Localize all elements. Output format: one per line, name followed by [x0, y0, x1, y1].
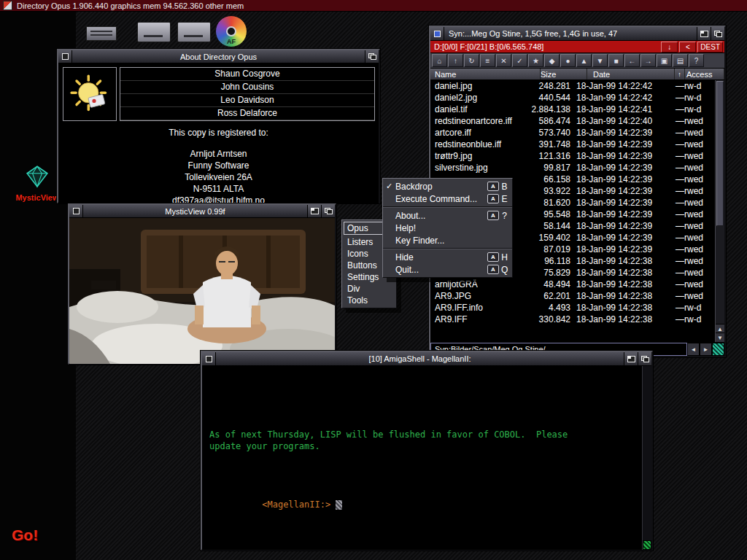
scroll-down-arrow[interactable]: ▼: [716, 332, 724, 342]
shell-resize-gadget[interactable]: [643, 540, 651, 550]
file-date: 18-Jan-99 14:22:38: [570, 314, 664, 324]
scroll-left-arrow[interactable]: ◄: [687, 343, 700, 356]
toolbar-button-icon[interactable]: ✕: [496, 54, 511, 67]
opus-menu-item[interactable]: Tools: [344, 295, 395, 306]
file-date: 18-Jan-99 14:22:39: [570, 233, 664, 243]
shell-cursor[interactable]: [336, 500, 342, 510]
depth-gadget[interactable]: [711, 27, 724, 40]
file-row[interactable]: AR9.JPG 62.201 18-Jan-99 14:22:38 —rwed: [430, 290, 715, 302]
toolbar-button-icon[interactable]: ▤: [673, 54, 688, 67]
ram-disk-icon[interactable]: [86, 26, 117, 41]
column-header-size[interactable]: Size: [541, 69, 587, 79]
menu-item-about[interactable]: About... A?: [383, 209, 512, 222]
mysticview-titlebar[interactable]: MysticView 0.99f: [69, 205, 335, 218]
column-header-date[interactable]: Date: [587, 69, 675, 79]
mysticview-title: MysticView 0.99f: [83, 205, 307, 217]
drive-icon[interactable]: [177, 22, 211, 42]
toolbar-button-icon[interactable]: ▣: [657, 54, 672, 67]
file-access: —rw-d: [674, 104, 715, 114]
toolbar-button-icon[interactable]: ●: [560, 54, 576, 67]
close-gadget[interactable]: [58, 50, 72, 63]
file-access: —rwed: [674, 151, 715, 161]
sort-direction-icon[interactable]: ↑: [675, 69, 685, 79]
opus-menu-item[interactable]: Div: [344, 283, 395, 295]
toolbar-button-icon[interactable]: ■: [608, 54, 624, 67]
toolbar-button-icon[interactable]: ✓: [512, 54, 527, 67]
file-size: 87.019: [524, 244, 570, 254]
file-row[interactable]: silverstine.jpg 99.817 18-Jan-99 14:22:3…: [430, 162, 715, 174]
scroll-down-button[interactable]: ↓: [661, 42, 678, 52]
file-access: —rwed: [674, 198, 715, 208]
menu-separator: [383, 248, 512, 249]
shell-output-line: update your programs.: [209, 440, 640, 452]
zoom-gadget[interactable]: [624, 352, 638, 365]
toolbar-button-icon[interactable]: ▼: [592, 54, 608, 67]
menu-item-quit[interactable]: Quit... AQ: [383, 263, 512, 276]
depth-gadget[interactable]: [365, 50, 379, 63]
file-row[interactable]: AR9.IFF 330.842 18-Jan-99 14:22:38 —rw-d: [430, 314, 715, 325]
about-titlebar[interactable]: About Directory Opus: [58, 50, 379, 63]
menu-item-hide[interactable]: Hide AH: [383, 251, 512, 263]
resize-gadget[interactable]: [712, 343, 724, 356]
close-gadget[interactable]: [202, 352, 216, 365]
close-gadget[interactable]: [69, 205, 83, 217]
lister-titlebar[interactable]: Syn:...Meg Og Stine, 1,5G free, 1,4G in …: [430, 27, 724, 41]
depth-gadget[interactable]: [638, 352, 651, 365]
shell-console[interactable]: As of next Thursday, LISP will be flushe…: [202, 366, 651, 550]
dest-button[interactable]: DEST: [697, 42, 723, 52]
file-access: —rwed: [674, 128, 715, 138]
depth-gadget[interactable]: [321, 205, 335, 217]
toolbar-button-icon[interactable]: ?: [689, 54, 704, 67]
lister-close-gadget[interactable]: [430, 27, 444, 40]
column-header-access[interactable]: Access: [685, 69, 724, 79]
toolbar-button-icon[interactable]: →: [640, 54, 656, 67]
file-date: 18-Jan-99 14:22:41: [570, 104, 664, 114]
drive-icon[interactable]: [137, 22, 171, 42]
file-date: 18-Jan-99 14:22:42: [570, 81, 664, 91]
menu-item-label: Execute Command...: [395, 194, 477, 204]
toolbar-button-icon[interactable]: ↑: [448, 54, 463, 67]
file-row[interactable]: redstineonartcore.iff 586.474 18-Jan-99 …: [430, 115, 715, 127]
go-button-icon[interactable]: Go!: [12, 526, 38, 544]
amiga-key-icon: A: [487, 252, 499, 262]
file-row[interactable]: trøttr9.jpg 121.316 18-Jan-99 14:22:39 —…: [430, 150, 715, 162]
iconify-gadget[interactable]: [697, 27, 711, 40]
vertical-scrollbar[interactable]: ▲ ▼: [715, 80, 724, 342]
file-size: 93.922: [524, 186, 570, 196]
zoom-gadget[interactable]: [307, 205, 321, 217]
file-date: 18-Jan-99 14:22:40: [570, 116, 664, 126]
file-row[interactable]: artcore.iff 573.740 18-Jan-99 14:22:39 —…: [430, 127, 715, 139]
toolbar-button-icon[interactable]: ⌂: [432, 54, 447, 67]
file-row[interactable]: arnljotGRÅ 48.494 18-Jan-99 14:22:38 —rw…: [430, 279, 715, 290]
shell-scrollbar[interactable]: [642, 366, 651, 550]
file-row[interactable]: AR9.IFF.info 4.493 18-Jan-99 14:22:38 —r…: [430, 302, 715, 314]
toolbar-button-icon[interactable]: ≡: [480, 54, 495, 67]
file-size: 66.158: [524, 174, 570, 184]
menu-item-label: About...: [395, 211, 425, 221]
file-row[interactable]: daniel.tif 2.884.138 18-Jan-99 14:22:41 …: [430, 104, 715, 115]
file-name: silverstine.jpg: [430, 163, 524, 173]
shell-titlebar[interactable]: [10] AmigaShell - MagellanII:: [202, 352, 651, 366]
toolbar-button-icon[interactable]: ◆: [544, 54, 560, 67]
file-row[interactable]: daniel.jpg 248.281 18-Jan-99 14:22:42 —r…: [430, 80, 715, 92]
cd-disc-icon[interactable]: AF: [215, 15, 247, 47]
menu-item-execute-command[interactable]: Execute Command... AE: [383, 192, 512, 205]
scroll-right-arrow[interactable]: ►: [700, 343, 712, 356]
menu-item-key-finder[interactable]: Key Finder...: [383, 234, 512, 246]
screen-titlebar[interactable]: Directory Opus 1.906.440 graphics mem 94…: [0, 0, 747, 12]
menu-item-help[interactable]: Help!: [383, 222, 512, 234]
file-row[interactable]: daniel2.jpg 440.544 18-Jan-99 14:22:42 —…: [430, 92, 715, 104]
toolbar-button-icon[interactable]: ▲: [576, 54, 592, 67]
toolbar-button-icon[interactable]: ←: [624, 54, 640, 67]
menu-separator: [383, 206, 512, 208]
toolbar-button-icon[interactable]: ↻: [464, 54, 479, 67]
column-header-name[interactable]: Name: [430, 69, 541, 79]
menu-item-backdrop[interactable]: ✓ Backdrop AB: [383, 180, 512, 192]
registered-line: Arnljot Arntsen: [58, 148, 379, 160]
toolbar-button-icon[interactable]: ★: [528, 54, 543, 67]
file-access: —rwed: [674, 233, 715, 243]
scrollbar-thumb[interactable]: [716, 81, 724, 226]
previous-dir-button[interactable]: <: [679, 42, 696, 52]
shell-output: As of next Thursday, LISP will be flushe…: [209, 394, 640, 452]
file-row[interactable]: redstineonblue.iff 391.748 18-Jan-99 14:…: [430, 139, 715, 150]
